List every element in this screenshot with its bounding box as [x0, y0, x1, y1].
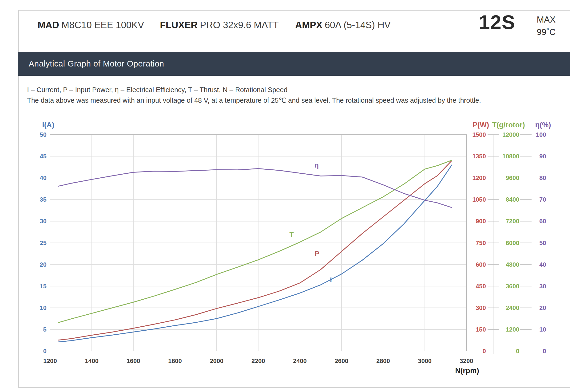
svg-text:100: 100 — [536, 131, 546, 138]
svg-text:1200: 1200 — [506, 326, 519, 333]
svg-text:η: η — [314, 161, 319, 169]
right-axis-T: 0120024003600480060007200840096001080012… — [492, 121, 532, 355]
svg-text:40: 40 — [40, 174, 47, 181]
svg-text:1800: 1800 — [168, 357, 182, 365]
gridlines — [50, 135, 466, 351]
svg-text:8400: 8400 — [506, 196, 519, 203]
left-axis-title: I(A) — [42, 121, 54, 129]
svg-text:10800: 10800 — [502, 153, 519, 160]
svg-text:2000: 2000 — [210, 357, 223, 365]
svg-text:15: 15 — [40, 283, 47, 290]
svg-text:2200: 2200 — [251, 357, 265, 365]
svg-text:750: 750 — [476, 239, 486, 246]
page: { "header": { "items": [ {"brand": "MAD"… — [0, 0, 588, 391]
svg-text:90: 90 — [539, 153, 546, 160]
svg-text:45: 45 — [40, 153, 47, 160]
svg-text:I: I — [330, 276, 332, 284]
svg-text:1500: 1500 — [472, 131, 486, 138]
svg-text:2400: 2400 — [293, 357, 307, 365]
svg-text:1200: 1200 — [43, 357, 57, 365]
right-axis-P: 01503004506007509001050120013501500P(W) — [472, 121, 499, 355]
series-P: P — [58, 161, 452, 340]
svg-text:1600: 1600 — [127, 357, 140, 365]
svg-text:20: 20 — [40, 261, 47, 268]
svg-text:η(%): η(%) — [535, 121, 551, 129]
svg-text:1200: 1200 — [472, 174, 486, 181]
svg-text:0: 0 — [543, 348, 546, 355]
svg-text:2400: 2400 — [506, 304, 519, 311]
svg-text:7200: 7200 — [506, 218, 519, 225]
x-axis-ticks: 1200140016001800200022002400260028003000… — [43, 357, 473, 365]
svg-text:T: T — [289, 230, 294, 238]
svg-text:25: 25 — [40, 239, 47, 246]
svg-text:P: P — [315, 250, 319, 257]
svg-text:T(g/rotor): T(g/rotor) — [492, 121, 525, 129]
series-I: I — [58, 165, 452, 342]
svg-text:20: 20 — [539, 304, 546, 311]
svg-text:P(W): P(W) — [472, 121, 489, 129]
svg-text:600: 600 — [476, 261, 486, 268]
svg-text:300: 300 — [476, 304, 486, 311]
svg-text:1350: 1350 — [472, 153, 486, 160]
svg-text:30: 30 — [40, 218, 47, 225]
svg-text:3000: 3000 — [418, 357, 432, 365]
x-axis-title: N(rpm) — [455, 367, 479, 375]
svg-text:3600: 3600 — [506, 283, 519, 290]
svg-text:2600: 2600 — [335, 357, 348, 365]
series-eta: η — [58, 161, 452, 207]
svg-text:4800: 4800 — [506, 261, 519, 268]
svg-text:6000: 6000 — [506, 239, 519, 246]
left-axis-ticks: 05101520253035404550 — [40, 131, 47, 355]
motor-operation-chart: 0510152025303540455001503004506007509001… — [0, 0, 588, 391]
svg-text:150: 150 — [476, 326, 486, 333]
svg-text:30: 30 — [539, 283, 546, 290]
svg-text:10: 10 — [539, 326, 546, 333]
svg-text:2800: 2800 — [376, 357, 390, 365]
svg-text:0: 0 — [483, 348, 486, 355]
svg-text:35: 35 — [40, 196, 47, 203]
svg-text:50: 50 — [539, 239, 546, 246]
svg-text:450: 450 — [476, 283, 486, 290]
svg-text:12000: 12000 — [502, 131, 519, 138]
svg-text:50: 50 — [40, 131, 47, 138]
svg-text:80: 80 — [539, 174, 546, 181]
svg-text:10: 10 — [40, 304, 47, 311]
svg-text:40: 40 — [539, 261, 546, 268]
svg-text:60: 60 — [539, 218, 546, 225]
svg-text:1400: 1400 — [85, 357, 99, 365]
svg-text:9600: 9600 — [506, 174, 519, 181]
svg-text:0: 0 — [43, 348, 47, 355]
svg-text:5: 5 — [43, 326, 47, 333]
svg-text:3200: 3200 — [459, 357, 473, 365]
svg-text:70: 70 — [539, 196, 546, 203]
svg-text:1050: 1050 — [472, 196, 486, 203]
svg-text:0: 0 — [516, 348, 519, 355]
right-axis-eta: 0102030405060708090100η(%) — [535, 121, 551, 355]
svg-text:900: 900 — [476, 218, 486, 225]
